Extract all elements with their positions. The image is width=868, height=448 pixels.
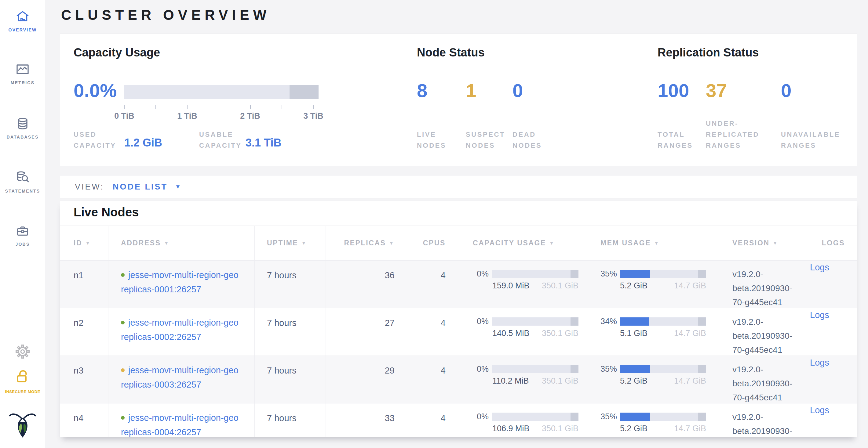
node-address-link[interactable]: jesse-movr-multi-region-geo [128,365,239,375]
column-header-uptime[interactable]: UPTIME▼ [255,226,326,260]
node-address: jesse-movr-multi-region-geo replicas-000… [121,261,254,297]
usage-bar-reserved-segment [570,270,579,278]
view-dropdown[interactable]: NODE LIST ▼ [113,182,181,192]
sidebar-item-jobs[interactable]: JOBS [0,224,45,247]
metrics-icon [0,62,45,77]
view-selector-bar: VIEW: NODE LIST ▼ [60,175,857,198]
node-uptime: 7 hours [267,308,326,330]
node-logs-link[interactable]: Logs [810,254,829,272]
column-header-mem-usage[interactable]: MEM USAGE▼ [587,226,719,260]
usage-used-value: 5.2 GiB [620,376,648,386]
node-status-dot-green [121,416,125,420]
suspect-nodes-label: SUSPECT NODES [466,129,505,151]
view-dropdown-value: NODE LIST [113,182,168,192]
usage-total-value: 14.7 GiB [674,424,706,433]
sidebar-item-label: STATEMENTS [0,188,45,194]
page-title: CLUSTER OVERVIEW [61,7,270,23]
node-address-link[interactable]: replicas-0003:26257 [121,380,201,389]
node-address-link[interactable]: replicas-0001:26257 [121,284,201,294]
column-header-capacity-usage[interactable]: CAPACITY USAGE▼ [458,226,587,260]
usage-percent: 0% [473,269,489,279]
usage-total-value: 350.1 GiB [542,281,579,290]
node-replicas: 33 [385,411,395,425]
sidebar-item-label: METRICS [0,80,45,85]
node-address: jesse-movr-multi-region-geo replicas-000… [121,308,254,344]
usage-used-value: 140.5 MiB [492,329,530,338]
node-address-link[interactable]: jesse-movr-multi-region-geo [128,413,239,423]
cluster-summary-panel: Capacity Usage 0.0% 0 TiB 1 TiB 2 TiB 3 … [60,34,857,166]
usage-used-value: 5.2 GiB [620,281,648,290]
total-ranges-label: TOTAL RANGES [657,129,693,151]
jobs-icon [0,224,45,238]
total-ranges-count: 100 [657,80,689,101]
table-row: n2 jesse-movr-multi-region-geo replicas-… [60,308,857,355]
sidebar-item-label: JOBS [0,242,45,247]
usage-total-value: 14.7 GiB [674,281,706,290]
node-replicas: 29 [385,364,395,377]
column-header-replicas[interactable]: REPLICAS▼ [326,226,407,260]
node-logs-link[interactable]: Logs [810,350,829,368]
node-address-link[interactable]: replicas-0004:26257 [121,427,201,437]
usage-total-value: 350.1 GiB [542,376,579,386]
node-status-dot-green [121,273,125,277]
sidebar-item-statements[interactable]: STATEMENTS [0,170,45,194]
settings-gear-button[interactable] [0,344,45,359]
usage-bar [620,413,706,421]
chevron-down-icon: ▼ [175,183,181,190]
usage-percent: 34% [600,317,616,326]
usage-bar [620,317,706,325]
usage-bar-reserved-segment [698,317,706,325]
node-version: v19.2.0-beta.20190930-70-g445ec41 [733,356,810,405]
node-logs-link[interactable]: Logs [810,397,829,415]
insecure-mode-indicator: INSECURE MODE [0,368,45,394]
sidebar-item-overview[interactable]: OVERVIEW [0,9,45,32]
cockroach-bug-icon [0,410,45,439]
usage-bar [620,365,706,373]
node-replicas: 27 [385,316,395,330]
node-status-dot-yellow [121,368,125,372]
usage-bar [492,365,579,373]
unavailable-ranges-count: 0 [781,80,791,101]
node-address-link[interactable]: jesse-movr-multi-region-geo [128,318,239,328]
node-mem-usage: 34% 5.1 GiB 14.7 GiB [587,308,719,357]
usage-used-value: 106.9 MiB [492,424,530,433]
node-status-dot-green [121,321,125,324]
axis-tick-label: 1 TiB [169,111,206,121]
insecure-mode-label: INSECURE MODE [0,389,45,394]
node-version: v19.2.0-beta.20190930-70-g445ec41 [733,261,810,309]
usage-used-value: 5.2 GiB [620,424,648,433]
table-row: n1 jesse-movr-multi-region-geo replicas-… [60,260,857,308]
column-header-cpus[interactable]: CPUS [407,226,458,260]
axis-tick-label: 2 TiB [232,111,269,121]
node-address-link[interactable]: replicas-0002:26257 [121,332,201,342]
table-header-row: ID▼ ADDRESS▼ UPTIME▼ REPLICAS▼ CPUS CAPA… [60,226,857,260]
usage-percent: 35% [600,365,616,374]
replication-status-title: Replication Status [657,46,759,59]
sidebar-item-metrics[interactable]: METRICS [0,62,45,85]
usage-percent: 0% [473,412,489,421]
used-capacity-label: USED CAPACITY [73,129,116,151]
sidebar-item-databases[interactable]: DATABASES [0,116,45,139]
node-id: n4 [73,404,108,425]
column-header-version[interactable]: VERSION▼ [719,226,810,260]
gear-icon [0,344,45,359]
node-cpus: 4 [441,411,445,425]
column-header-address[interactable]: ADDRESS▼ [108,226,255,260]
node-id: n2 [73,308,108,330]
sort-caret-icon: ▼ [164,240,169,246]
node-capacity-usage: 0% 106.9 MiB 350.1 GiB [458,403,587,437]
column-header-id[interactable]: ID▼ [60,226,108,260]
used-capacity-value: 1.2 GiB [124,136,162,149]
node-uptime: 7 hours [267,261,326,282]
usage-bar [492,413,579,421]
node-logs-link[interactable]: Logs [810,302,829,320]
node-cpus: 4 [441,364,445,377]
sidebar-item-label: OVERVIEW [0,28,45,32]
node-mem-usage: 35% 5.2 GiB 14.7 GiB [587,355,719,405]
usage-total-value: 14.7 GiB [674,329,706,338]
node-id: n3 [73,356,108,377]
node-address-link[interactable]: jesse-movr-multi-region-geo [128,270,239,280]
suspect-nodes-count: 1 [466,80,476,101]
usage-total-value: 350.1 GiB [542,424,579,433]
usage-bar-reserved-segment [698,270,706,278]
